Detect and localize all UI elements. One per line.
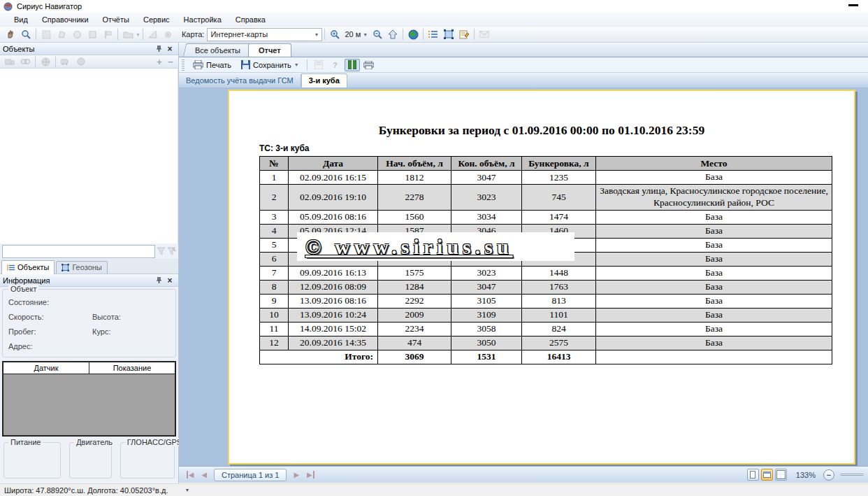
print-button[interactable]: Печать bbox=[189, 59, 236, 71]
first-page-button[interactable]: ◀ bbox=[183, 469, 197, 481]
group-power: Питание bbox=[3, 442, 61, 479]
select-polygon-icon bbox=[54, 28, 69, 41]
table-row: 913.09.2016 08:1622923105813База bbox=[260, 294, 832, 308]
object-group-legend: Объект bbox=[8, 285, 38, 293]
pan-hand-icon[interactable] bbox=[3, 28, 18, 41]
save-button[interactable]: Сохранить ▼ bbox=[237, 59, 303, 71]
coords-caret-icon[interactable]: ▼ bbox=[185, 488, 189, 493]
menu-item-help[interactable]: Справка bbox=[229, 14, 273, 25]
total-start-volume: 3069 bbox=[378, 350, 451, 364]
col-header-end-volume: Кон. объём, л bbox=[451, 157, 522, 171]
group-glonass: ГЛОНАСС/GPS bbox=[120, 442, 175, 479]
objects-tree[interactable] bbox=[0, 69, 178, 243]
zoom-slider[interactable] bbox=[840, 474, 864, 476]
report-subtitle: ТС: 3-и куба bbox=[259, 143, 854, 153]
book-view-icon[interactable] bbox=[345, 59, 360, 71]
filter-clear-icon bbox=[167, 247, 176, 255]
zoom-out-icon[interactable] bbox=[370, 28, 385, 41]
next-page-button[interactable]: ▶ bbox=[289, 469, 303, 481]
single-page-view-button[interactable] bbox=[747, 469, 759, 481]
marker-globe-icon bbox=[73, 55, 89, 69]
menu-item-service[interactable]: Сервис bbox=[136, 14, 177, 25]
title-bar: Сириус Навигатор bbox=[0, 0, 868, 13]
last-page-button[interactable]: ▶ bbox=[303, 469, 317, 481]
minimize-button[interactable] bbox=[848, 4, 858, 6]
coordinates-text: Широта: 47.88920°с.ш. Долгота: 40.05203°… bbox=[4, 486, 168, 495]
edit-icon[interactable] bbox=[456, 28, 472, 41]
objects-panel-title: Объекты bbox=[3, 45, 153, 53]
menu-item-directories[interactable]: Справочники bbox=[35, 14, 96, 25]
mileage-label: Пробег: bbox=[8, 327, 92, 336]
watermark: © www.sirius.su bbox=[297, 232, 574, 261]
map-select-caret-icon: ▼ bbox=[314, 32, 319, 37]
zoom-out-button[interactable]: − bbox=[823, 469, 834, 481]
zoom-level: 133% bbox=[796, 471, 816, 479]
fit-width-view-button[interactable] bbox=[761, 469, 773, 481]
menu-item-settings[interactable]: Настройка bbox=[177, 14, 229, 25]
filter-input[interactable] bbox=[2, 245, 155, 258]
list-small-icon bbox=[7, 264, 15, 271]
main-area: Все объекты Отчет Печать Сохранить ▼ ? В… bbox=[179, 43, 868, 483]
collapse-minus-icon[interactable]: − bbox=[165, 57, 176, 67]
tab-report[interactable]: Отчет bbox=[248, 43, 291, 57]
state-label: Состояние: bbox=[8, 298, 92, 306]
tab-3-kuba[interactable]: 3-и куба bbox=[301, 73, 347, 87]
pin-icon[interactable] bbox=[153, 44, 164, 54]
page-indicator: Страница 1 из 1 bbox=[214, 469, 287, 481]
prev-page-button[interactable]: ◀ bbox=[197, 469, 211, 481]
gear-icon bbox=[161, 28, 176, 41]
sensor-table-wrap: Датчик Показание bbox=[0, 360, 178, 438]
report-toolbar: Печать Сохранить ▼ ? bbox=[179, 57, 868, 73]
sensor-table[interactable]: Датчик Показание bbox=[2, 361, 176, 437]
link-icon bbox=[17, 55, 33, 69]
zoom-select-icon[interactable] bbox=[18, 28, 34, 41]
info-panel-title: Информация bbox=[3, 276, 153, 285]
total-bunkering: 16413 bbox=[522, 350, 596, 364]
expand-plus-icon[interactable]: + bbox=[154, 57, 165, 67]
menu-item-reports[interactable]: Отчёты bbox=[96, 14, 136, 25]
map-select[interactable]: Интернет-карты ▼ bbox=[207, 28, 322, 41]
measure-icon bbox=[145, 28, 161, 41]
status-bar: Широта: 47.88920°с.ш. Долгота: 40.05203°… bbox=[0, 483, 868, 496]
filter-icon bbox=[157, 247, 166, 255]
menu-item-view[interactable]: Вид bbox=[7, 14, 35, 25]
zoom-in-icon[interactable] bbox=[327, 28, 342, 41]
geozone-small-icon bbox=[62, 264, 69, 271]
table-row: 202.09.2016 19:1022783023745Заводская ул… bbox=[260, 185, 832, 211]
info-pin-icon[interactable] bbox=[153, 276, 164, 285]
app-icon bbox=[3, 2, 13, 11]
page-setup-icon bbox=[311, 59, 326, 71]
table-row: 305.09.2016 08:16156030341474База bbox=[260, 210, 832, 224]
close-icon[interactable]: × bbox=[164, 44, 175, 54]
address-label: Адрес: bbox=[8, 342, 92, 350]
multi-page-view-button[interactable] bbox=[775, 469, 787, 481]
tab-objects[interactable]: Объекты bbox=[1, 260, 55, 274]
report-tab-strip: Ведомость учёта выдачи ГСМ 3-и куба bbox=[179, 73, 868, 87]
geozone-icon[interactable] bbox=[441, 28, 456, 41]
map-label: Карта: bbox=[182, 30, 205, 38]
save-icon bbox=[241, 60, 250, 69]
total-end-volume: 1531 bbox=[451, 350, 522, 364]
home-icon[interactable] bbox=[385, 28, 400, 41]
list-icon[interactable] bbox=[426, 28, 441, 41]
speed-label: Скорость: bbox=[8, 313, 92, 321]
table-row: 1013.09.2016 10:24200931091101База bbox=[260, 308, 832, 322]
globe-icon[interactable] bbox=[405, 28, 421, 41]
print-preview-icon[interactable] bbox=[361, 59, 377, 71]
objects-panel-header: Объекты × bbox=[0, 43, 178, 55]
document-tab-strip: Все объекты Отчет bbox=[179, 43, 868, 57]
help-icon: ? bbox=[328, 59, 343, 71]
vehicle-icon bbox=[58, 55, 73, 69]
scale-select[interactable]: 20 м ▼ bbox=[342, 30, 370, 38]
printer-icon bbox=[193, 60, 203, 69]
table-row: 709.09.2016 16:13157530231448База bbox=[260, 266, 832, 280]
report-title: Бункеровки за период с 01.09.2016 00:00 … bbox=[229, 123, 854, 138]
globe-small-icon bbox=[38, 55, 53, 69]
menu-bar: Вид Справочники Отчёты Сервис Настройка … bbox=[0, 13, 868, 27]
folder-caret-icon: ▼ bbox=[136, 32, 140, 37]
tab-geozones[interactable]: Геозоны bbox=[56, 261, 107, 274]
info-close-icon[interactable]: × bbox=[164, 276, 175, 285]
tab-all-objects[interactable]: Все объекты bbox=[183, 43, 252, 57]
total-row: Итого: 3069 1531 16413 bbox=[260, 350, 832, 364]
tab-vedomost-gsm[interactable]: Ведомость учёта выдачи ГСМ bbox=[179, 74, 301, 87]
